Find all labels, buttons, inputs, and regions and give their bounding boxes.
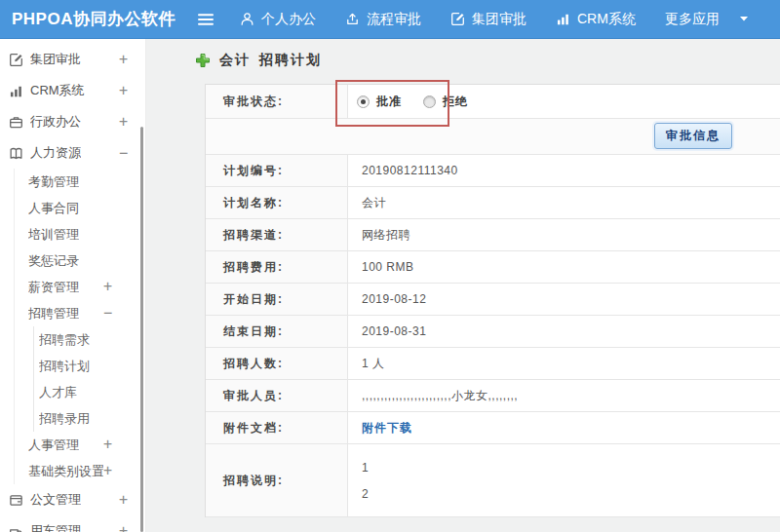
sidebar-submenu: 招聘需求招聘计划人才库招聘录用 — [33, 326, 145, 432]
expand-plus-icon[interactable]: + — [119, 493, 128, 508]
field-value-cell: 100 RMB — [348, 251, 780, 283]
field-label: 开始日期: — [206, 284, 348, 315]
sidebar-item-label: 奖惩记录 — [28, 252, 79, 270]
page-title: 会计 招聘计划 — [195, 52, 322, 69]
form-row-approval-info: 审批信息 — [206, 119, 780, 155]
nav-item-label: CRM系统 — [577, 11, 636, 28]
chart-icon — [556, 12, 570, 26]
menu-icon[interactable] — [197, 13, 214, 26]
sidebar-item-hr-contract[interactable]: 人事合同 — [15, 195, 145, 221]
sidebar-item-label: 人事管理 — [28, 437, 79, 454]
field-label: 招聘费用: — [206, 251, 348, 283]
expand-plus-icon[interactable]: + — [119, 524, 128, 532]
expand-plus-icon[interactable]: + — [103, 280, 112, 294]
approval-info-button[interactable]: 审批信息 — [654, 123, 732, 149]
sidebar-item-basic-category-settings[interactable]: 基础类别设置+ — [15, 458, 145, 484]
form-row-recruit-count: 招聘人数:1 人 — [206, 348, 780, 380]
sidebar-item-talent-pool[interactable]: 人才库 — [34, 379, 145, 405]
expand-plus-icon[interactable]: + — [103, 437, 112, 452]
caret-down-icon — [739, 16, 749, 22]
description-line: 1 — [362, 461, 369, 475]
field-label: 招聘渠道: — [206, 219, 348, 250]
nav-item-group-approval[interactable]: 集团审批 — [450, 11, 526, 28]
sidebar-item-recruitment-mgmt[interactable]: 招聘管理− — [15, 300, 145, 326]
sidebar-item-admin-office[interactable]: 行政办公+ — [0, 106, 145, 137]
field-value-cell: 会计 — [348, 187, 780, 218]
chart-icon — [8, 84, 24, 98]
form-row-recruit-cost: 招聘费用:100 RMB — [206, 251, 780, 284]
sidebar-item-recruitment-plan[interactable]: 招聘计划 — [34, 353, 145, 379]
sidebar-item-group-approval[interactable]: 集团审批+ — [0, 44, 145, 75]
approval-status-options: 批准 拒绝 — [348, 85, 780, 118]
sidebar-item-crm-system[interactable]: CRM系统+ — [0, 75, 145, 106]
plus-icon — [195, 53, 211, 68]
expand-plus-icon[interactable]: + — [119, 115, 128, 130]
edit-icon — [450, 12, 465, 26]
field-label: 附件文档: — [206, 412, 348, 443]
form-row-attachment: 附件文档:附件下载 — [206, 412, 780, 444]
field-label: 结束日期: — [206, 316, 348, 347]
radio-option-approve[interactable]: 批准 — [357, 94, 402, 110]
field-label: 计划名称: — [206, 187, 348, 218]
sidebar-item-personnel-mgmt[interactable]: 人事管理+ — [15, 432, 145, 458]
form-row-recruit-channel: 招聘渠道:网络招聘 — [206, 219, 780, 251]
nav-item-label: 集团审批 — [472, 11, 526, 28]
form-row-start-date: 开始日期:2019-08-12 — [206, 284, 780, 316]
sidebar-item-reward-punishment[interactable]: 奖惩记录 — [15, 247, 145, 274]
field-label: 计划编号: — [206, 155, 348, 186]
sidebar-item-recruitment-hiring[interactable]: 招聘录用 — [34, 405, 145, 432]
field-value-cell: 20190812111340 — [348, 155, 780, 186]
expand-plus-icon[interactable]: + — [119, 53, 128, 67]
field-label: 审批状态: — [206, 85, 348, 118]
topbar: PHPOA协同办公软件 个人办公流程审批集团审批CRM系统更多应用 — [0, 0, 780, 39]
field-value-cell: 网络招聘 — [348, 219, 780, 250]
car-icon — [8, 524, 24, 532]
expand-plus-icon[interactable]: + — [119, 84, 128, 98]
form-fields: 计划编号:20190812111340计划名称:会计招聘渠道:网络招聘招聘费用:… — [206, 155, 780, 517]
nav-item-workflow-approval[interactable]: 流程审批 — [345, 11, 421, 28]
collapse-minus-icon[interactable]: − — [119, 146, 128, 161]
sidebar-item-salary-mgmt[interactable]: 薪资管理+ — [15, 274, 145, 300]
field-value: 2019-08-12 — [362, 292, 426, 306]
sidebar-item-label: 招聘管理 — [28, 305, 79, 323]
sidebar-item-vehicle-mgmt[interactable]: 用车管理+ — [0, 515, 145, 532]
field-value: ,,,,,,,,,,,,,,,,,,,,,,,,小龙女,,,,,,,, — [362, 388, 518, 404]
nav-item-label: 流程审批 — [367, 11, 421, 28]
field-value: 2019-08-31 — [362, 324, 426, 338]
radio-option-reject[interactable]: 拒绝 — [423, 94, 468, 110]
sidebar-submenu: 考勤管理人事合同培训管理奖惩记录薪资管理+招聘管理−招聘需求招聘计划人才库招聘录… — [14, 169, 145, 484]
nav-item-more-apps[interactable]: 更多应用 — [665, 11, 749, 28]
nav-item-label: 更多应用 — [665, 11, 720, 28]
radio-approve-icon[interactable] — [357, 95, 370, 108]
field-value-cell: 2019-08-31 — [348, 316, 780, 347]
sidebar-item-label: 公文管理 — [30, 491, 81, 509]
sidebar-item-training-mgmt[interactable]: 培训管理 — [15, 221, 145, 247]
sidebar-item-document-mgmt[interactable]: 公文管理+ — [0, 484, 145, 515]
sidebar-item-label: 基础类别设置 — [28, 463, 103, 480]
record-type-label: 招聘计划 — [259, 52, 322, 69]
radio-approve-label: 批准 — [376, 94, 402, 110]
expand-plus-icon[interactable]: + — [103, 464, 112, 478]
collapse-minus-icon[interactable]: − — [103, 306, 112, 321]
nav-item-label: 个人办公 — [261, 11, 316, 28]
topbar-nav: 个人办公流程审批集团审批CRM系统更多应用 — [240, 11, 778, 28]
sidebar-scrollbar-thumb[interactable] — [140, 127, 143, 532]
sidebar-item-label: 人事合同 — [28, 200, 79, 217]
attachment-download-link[interactable]: 附件下载 — [362, 420, 412, 437]
radio-reject-icon[interactable] — [423, 95, 436, 108]
field-value-cell: 附件下载 — [348, 412, 780, 443]
sidebar-menu: 集团审批+CRM系统+行政办公+人力资源−考勤管理人事合同培训管理奖惩记录薪资管… — [0, 39, 145, 532]
sidebar-item-label: 人才库 — [39, 384, 77, 401]
field-value-cell: 1 人 — [348, 348, 780, 379]
sidebar-item-recruitment-demand[interactable]: 招聘需求 — [34, 326, 145, 353]
field-value: 会计 — [362, 195, 386, 211]
sidebar-item-label: 集团审批 — [30, 51, 81, 68]
sidebar-item-human-resources[interactable]: 人力资源− — [0, 137, 145, 169]
nav-item-personal-office[interactable]: 个人办公 — [240, 11, 316, 28]
nav-item-crm-system[interactable]: CRM系统 — [556, 11, 636, 28]
sidebar-item-label: 培训管理 — [28, 226, 79, 244]
description-line: 2 — [362, 487, 369, 501]
book-icon — [8, 146, 24, 161]
form-row-recruit-description: 招聘说明:12 — [206, 444, 780, 517]
sidebar-item-attendance-mgmt[interactable]: 考勤管理 — [15, 169, 145, 195]
